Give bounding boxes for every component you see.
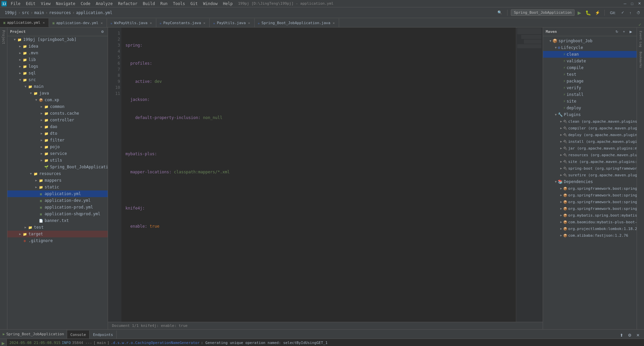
tree-item-service[interactable]: ▶ 📁 service <box>7 150 108 157</box>
vcs-push-button[interactable]: ↑ <box>628 10 633 16</box>
git-update-button[interactable]: Git: <box>608 10 617 16</box>
tab-payutils[interactable]: ☕ PayUtils.java ✕ <box>210 18 254 27</box>
breadcrumb-file[interactable]: application.yml <box>76 10 112 15</box>
console-close-button[interactable]: ✕ <box>635 332 641 339</box>
tree-item-project[interactable]: ▼ 📁 199pj [springboot_Job] <box>7 36 108 43</box>
maven-lifecycle-clean[interactable]: ⚡ clean <box>543 51 637 58</box>
maven-plugin-springboot[interactable]: ▶ 🔌 spring-boot (org.springframework.boo… <box>543 165 637 172</box>
maven-plugin-compiler[interactable]: ▶ 🔌 compiler (org.apache.maven.plugins:m… <box>543 125 637 131</box>
maven-plugin-resources[interactable]: ▶ 🔌 resources (org.apache.maven.plugins:… <box>543 152 637 158</box>
menu-navigate[interactable]: Navigate <box>53 1 78 7</box>
maven-add-button[interactable]: + <box>621 29 627 35</box>
tree-item-lib[interactable]: ▶ 📁 lib <box>7 56 108 63</box>
tree-item-dao[interactable]: ▶ 📁 dao <box>7 123 108 130</box>
tab-close-springbootjobapplication[interactable]: ✕ <box>332 21 335 25</box>
tree-item-dto[interactable]: ▶ 📁 dto <box>7 130 108 137</box>
tree-item-consts[interactable]: ▶ 📁 consts.cache <box>7 110 108 117</box>
breadcrumb-main[interactable]: main <box>34 10 44 15</box>
tree-item-springbootapp[interactable]: 🌱 Spring_Boot_JobApplication <box>7 164 108 170</box>
tree-item-application-yml[interactable]: ▣ application.yml <box>7 190 108 197</box>
tree-item-application-shqprod-yml[interactable]: ▣ application-shqprod.yml <box>7 211 108 217</box>
run-config-selector[interactable]: Spring_Boot_JobApplication <box>511 9 575 16</box>
tree-item-pojo[interactable]: ▶ 📁 pojo <box>7 143 108 150</box>
tree-item-filter[interactable]: ▶ 📁 filter <box>7 137 108 143</box>
tree-item-sql[interactable]: ▶ 📁 sql <box>7 70 108 76</box>
code-editor[interactable]: spring: profiles: active: dev jackson: d… <box>121 27 516 322</box>
menu-window[interactable]: Window <box>200 1 220 7</box>
console-expand-button[interactable]: ⬆ <box>618 332 625 339</box>
vcs-history-button[interactable]: ⏱ <box>635 10 642 16</box>
maven-dep-0[interactable]: ▶ 📦 org.springframework.boot:spring-boot… <box>543 185 637 192</box>
maximize-button[interactable]: □ <box>629 1 635 7</box>
maven-dep-6[interactable]: ▶ 📦 org.projectlombok:lombok:1.18.26 <box>543 225 637 232</box>
tree-item-java[interactable]: ▼ 📁 java <box>7 90 108 97</box>
tab-close-payutils[interactable]: ✕ <box>248 21 251 25</box>
tree-item-idea[interactable]: ▶ 📁 idea <box>7 43 108 50</box>
maven-lifecycle-validate[interactable]: ⚡ validate <box>543 58 637 64</box>
maven-dep-2[interactable]: ▶ 📦 org.springframework.boot:spring-boot… <box>543 198 637 205</box>
breadcrumb-resources[interactable]: resources <box>49 10 71 15</box>
console-run-button[interactable]: ▶ <box>1 340 5 346</box>
maven-plugin-site[interactable]: ▶ 🔌 site (org.apache.maven.plugins:maven… <box>543 158 637 165</box>
tab-springbootjobapplication[interactable]: ☕ Spring_Boot_JobApplication.java ✕ <box>255 18 339 27</box>
tree-item-src[interactable]: ▼ 📁 src <box>7 76 108 83</box>
maven-lifecycle-install[interactable]: ⚡ install <box>543 91 637 98</box>
maven-lifecycle-site[interactable]: ⚡ site <box>543 98 637 105</box>
maven-plugin-clean[interactable]: ▶ 🔌 clean (org.apache.maven.plugins:mave… <box>543 118 637 125</box>
maven-dep-7[interactable]: ▶ 📦 com.alibaba:fastjson:1.2.76 <box>543 232 637 239</box>
maven-plugin-deploy[interactable]: ▶ 🔌 deploy (org.apache.maven.plugins:mav… <box>543 131 637 138</box>
run-tab-label[interactable]: Spring_Boot_JobApplication <box>6 332 64 336</box>
maven-dep-5[interactable]: ▶ 📦 com.baomidou:mybatis-plus-boot-start… <box>543 219 637 225</box>
tree-item-application-dev-yml[interactable]: ▣ application-dev.yml <box>7 197 108 204</box>
menu-refactor[interactable]: Refactor <box>115 1 140 7</box>
maven-plugin-jar[interactable]: ▶ 🔌 jar (org.apache.maven.plugins:maven-… <box>543 145 637 152</box>
maven-lifecycle-section[interactable]: ▼ ⚙ Lifecycle <box>543 44 637 51</box>
tree-item-gitignore[interactable]: ⚙ .gitignore <box>7 237 108 244</box>
menu-git[interactable]: Git <box>188 1 201 7</box>
bookmarks-tab[interactable]: Bookmarks <box>637 50 644 70</box>
menu-build[interactable]: Build <box>140 1 158 7</box>
debug-button[interactable]: 🐛 <box>584 9 592 16</box>
tab-application-dev-yml[interactable]: ▣ application-dev.yml ✕ <box>49 18 107 27</box>
tree-item-comxp[interactable]: ▼ 📦 com.xp <box>7 97 108 103</box>
console-settings-button[interactable]: ⚙ <box>626 332 633 339</box>
tree-item-utils[interactable]: ▶ 📁 utils <box>7 157 108 164</box>
editor-content[interactable]: 1 2 3 4 5 6 7 8 9 10 11 spring: profiles… <box>108 27 543 322</box>
tree-item-controller[interactable]: ▶ 📁 controller <box>7 117 108 123</box>
tree-item-main[interactable]: ▼ 📁 main <box>7 83 108 90</box>
sidebar-settings-button[interactable]: ⚙ <box>100 30 105 34</box>
menu-analyze[interactable]: Analyze <box>93 1 115 7</box>
tab-wxpayutils[interactable]: ☕ WxPayUtils.java ✕ <box>107 18 156 27</box>
tree-item-resources[interactable]: ▼ 📁 resources <box>7 170 108 177</box>
tab-close-application-dev-yml[interactable]: ✕ <box>100 21 103 25</box>
maven-dependencies-section[interactable]: ▼ 📚 Dependencies <box>543 178 637 185</box>
tree-item-banner[interactable]: 📄 banner.txt <box>7 217 108 224</box>
tab-payconstants[interactable]: ☕ PayConstants.java ✕ <box>156 18 210 27</box>
maven-plugins-section[interactable]: ▼ 🔧 Plugins <box>543 111 637 118</box>
tree-item-test[interactable]: ▶ 📁 test <box>7 224 108 231</box>
run-button[interactable]: ▶ <box>577 9 582 16</box>
menu-tools[interactable]: Tools <box>170 1 188 7</box>
maven-dep-1[interactable]: ▶ 📦 org.springframework.boot:spring-boot… <box>543 192 637 198</box>
maven-lifecycle-package[interactable]: ⚡ package <box>543 78 637 84</box>
maven-run-button[interactable]: ▶ <box>628 29 634 35</box>
breadcrumb-project[interactable]: 199pj <box>5 10 17 15</box>
tree-item-mappers[interactable]: ▶ 📁 mappers <box>7 177 108 184</box>
maven-dep-3[interactable]: ▶ 📦 org.springframework.boot:spring-boot… <box>543 205 637 212</box>
minimize-button[interactable]: ─ <box>622 1 628 7</box>
vcs-button[interactable]: ✓ <box>620 9 626 16</box>
maven-lifecycle-verify[interactable]: ⚡ verify <box>543 84 637 91</box>
tree-item-static[interactable]: ▶ 📁 static <box>7 184 108 190</box>
tab-close-payconstants[interactable]: ✕ <box>203 21 206 25</box>
maven-refresh-button[interactable]: ↻ <box>614 29 620 35</box>
tree-item-target[interactable]: ▶ 📁 target <box>7 231 108 237</box>
menu-edit[interactable]: Edit <box>23 1 38 7</box>
menu-file[interactable]: File <box>8 1 23 7</box>
tree-item-application-prod-yml[interactable]: ▣ application-prod.yml <box>7 204 108 211</box>
tree-item-mvn[interactable]: ▶ 📁 .mvn <box>7 50 108 56</box>
endpoints-tab[interactable]: Endpoints <box>90 331 117 339</box>
tab-close-application-yml[interactable]: ✕ <box>42 20 45 25</box>
tab-close-wxpayutils[interactable]: ✕ <box>149 21 153 25</box>
profile-button[interactable]: ⚡ <box>594 9 601 16</box>
maven-dep-4[interactable]: ▶ 📦 org.mybatis.spring.boot:mybatis-spri… <box>543 212 637 219</box>
